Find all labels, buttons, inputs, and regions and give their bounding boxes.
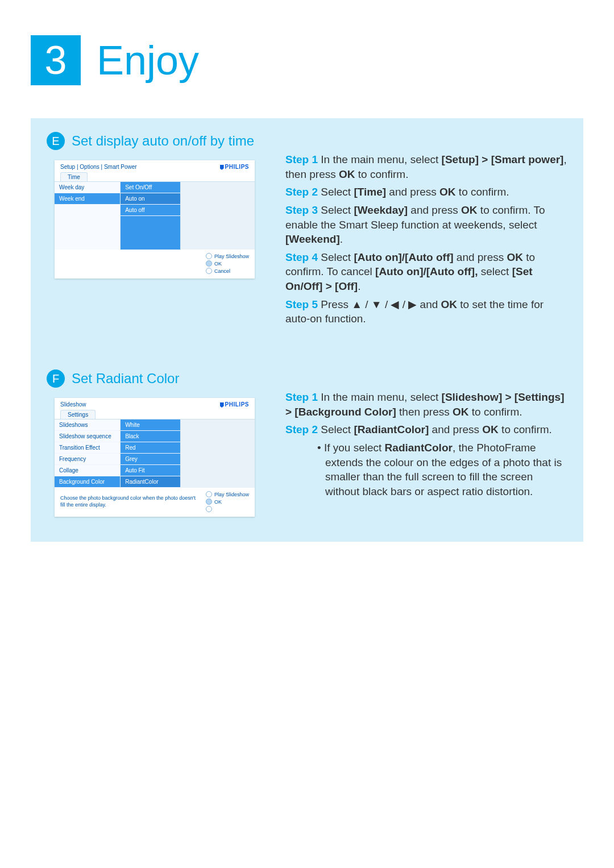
chapter-title: Enjoy	[97, 37, 199, 84]
ring-icon	[206, 268, 212, 274]
brand-logo: PHILIPS	[220, 401, 249, 408]
action-play-slideshow: Play Slideshow	[214, 254, 249, 259]
row-weekend: Week end	[55, 193, 120, 205]
section-f-badge: F	[47, 369, 65, 388]
opt-grey: Grey	[121, 454, 180, 465]
opt-autofit: Auto Fit	[121, 465, 180, 476]
brand-shield-icon	[220, 165, 224, 170]
opt-radiantcolor: RadiantColor	[121, 476, 180, 488]
main-panel: E Set display auto on/off by time Setup …	[31, 118, 583, 542]
opt-white: White	[121, 420, 180, 431]
ring-icon	[206, 260, 212, 267]
tab-settings: Settings	[60, 410, 96, 419]
chapter-number-badge: 3	[31, 35, 81, 85]
row-frequency: Frequency	[55, 454, 120, 465]
row-collage: Collage	[55, 465, 120, 476]
ring-icon	[206, 491, 212, 497]
opt-black: Black	[121, 431, 180, 442]
brand-logo: PHILIPS	[220, 164, 249, 170]
screenshot-smart-power: Setup | Options | Smart Power PHILIPS Ti…	[55, 160, 255, 279]
row-slideshows: Slideshows	[55, 420, 120, 431]
action-ok: OK	[214, 499, 222, 505]
breadcrumb: Setup | Options | Smart Power	[60, 164, 137, 170]
chapter-header: 3 Enjoy	[0, 0, 614, 108]
ring-icon	[206, 499, 212, 505]
breadcrumb: Slideshow	[60, 401, 86, 408]
row-background-color: Background Color	[55, 476, 120, 488]
row-sequence: Slideshow sequence	[55, 431, 120, 442]
footer-hint: Choose the photo background color when t…	[60, 495, 200, 508]
ring-icon	[206, 506, 212, 512]
arrow-keys-icon: ▲ / ▼ / ◀ / ▶	[351, 298, 417, 310]
screenshot-slideshow-settings: Slideshow PHILIPS Settings Slideshows Sl…	[55, 398, 255, 517]
row-weekday: Week day	[55, 182, 120, 193]
action-play-slideshow: Play Slideshow	[214, 492, 249, 497]
tab-time: Time	[60, 172, 88, 181]
section-e-title: Set display auto on/off by time	[72, 133, 254, 149]
opt-auto-on: Auto on	[121, 193, 180, 205]
brand-shield-icon	[220, 402, 224, 408]
section-f-title: Set Radiant Color	[72, 371, 179, 387]
action-ok: OK	[214, 261, 222, 267]
opt-red: Red	[121, 442, 180, 454]
section-e-badge: E	[47, 132, 65, 150]
action-cancel: Cancel	[214, 268, 230, 274]
opt-auto-off: Auto off	[121, 205, 180, 216]
section-f-steps: Step 1 In the main menu, select [Slidesh…	[285, 369, 567, 517]
section-e-steps: Step 1 In the main menu, select [Setup] …	[285, 132, 567, 330]
row-transition: Transition Effect	[55, 442, 120, 454]
section-e: E Set display auto on/off by time Setup …	[47, 132, 567, 330]
ring-icon	[206, 253, 212, 259]
opt-set-onoff: Set On/Off	[121, 182, 180, 193]
section-f: F Set Radiant Color Slideshow PHILIPS Se…	[47, 369, 567, 517]
